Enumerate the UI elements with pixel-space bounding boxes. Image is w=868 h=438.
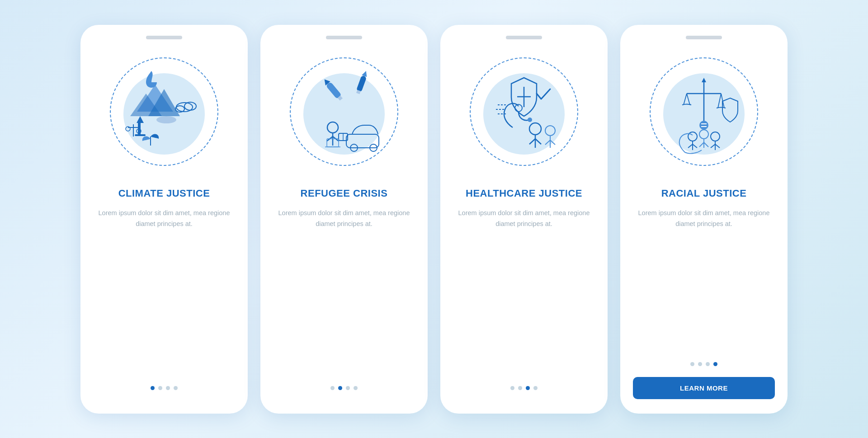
dot-4-r [354,386,358,390]
card-title-healthcare: HEALTHCARE JUSTICE [466,188,582,199]
dots-row-climate [151,386,178,390]
svg-point-5 [184,102,196,110]
card-title-climate: CLIMATE JUSTICE [118,188,210,199]
card-title-racial: RACIAL JUSTICE [661,188,747,199]
svg-line-63 [699,142,704,147]
svg-point-65 [711,132,720,141]
svg-rect-9 [135,134,146,136]
phone-card-refugee-crisis: REFUGEE CRISIS Lorem ipsum dolor sit dim… [260,25,428,414]
dot-1 [151,386,155,390]
illustration-racial [641,48,767,175]
svg-line-39 [535,139,541,144]
phone-notch-3 [506,36,542,39]
illustration-refugee [281,48,407,175]
card-body-refugee: Lorem ipsum dolor sit dim amet, mea regi… [273,207,415,230]
svg-line-59 [688,144,693,148]
svg-line-42 [545,140,550,145]
svg-point-61 [699,130,708,139]
dots-row-healthcare [510,386,538,390]
svg-point-35 [528,118,532,122]
card-body-healthcare: Lorem ipsum dolor sit dim amet, mea regi… [453,207,595,230]
phone-card-climate-justice: CLIMATE JUSTICE Lorem ipsum dolor sit di… [80,25,248,414]
dots-row-refugee [330,386,358,390]
svg-point-21 [327,122,338,133]
dot-1-ra [690,362,694,366]
illustration-climate [101,48,227,175]
learn-more-button[interactable]: LEARN MORE [633,377,775,399]
phone-notch-4 [686,36,722,39]
phone-notch [146,36,182,39]
card-title-refugee: REFUGEE CRISIS [301,188,388,199]
dot-4 [174,386,178,390]
phone-card-healthcare-justice: HEALTHCARE JUSTICE Lorem ipsum dolor sit… [440,25,608,414]
dot-3 [166,386,170,390]
dot-1-r [330,386,335,390]
dot-2 [158,386,162,390]
svg-line-43 [550,140,555,145]
svg-marker-19 [362,70,368,76]
svg-point-3 [156,116,176,123]
dots-row-racial [690,362,717,366]
dot-3-r [346,386,350,390]
svg-line-68 [715,144,720,148]
cards-container: CLIMATE JUSTICE Lorem ipsum dolor sit di… [62,7,806,432]
svg-line-67 [711,144,715,148]
dot-4-ra [713,362,717,366]
dot-2-h [518,386,522,390]
illustration-healthcare [461,48,587,175]
svg-line-49 [684,94,687,105]
dot-2-r [338,386,342,390]
phone-card-racial-justice: RACIAL JUSTICE Lorem ipsum dolor sit dim… [620,25,788,414]
dot-3-ra [706,362,710,366]
dot-3-h [526,386,530,390]
dot-1-h [510,386,514,390]
svg-point-36 [529,123,541,135]
card-body-climate: Lorem ipsum dolor sit dim amet, mea regi… [93,207,235,230]
svg-marker-8 [137,116,144,123]
svg-marker-53 [702,78,706,82]
svg-line-51 [718,94,721,108]
healthcare-illustration-svg [470,57,578,166]
svg-line-64 [704,142,708,147]
svg-point-54 [699,121,708,130]
svg-line-38 [529,139,535,144]
dot-2-ra [698,362,702,366]
refugee-illustration-svg [290,57,398,166]
climate-illustration-svg [110,57,218,166]
phone-notch-2 [326,36,362,39]
card-body-racial: Lorem ipsum dolor sit dim amet, mea regi… [633,207,775,230]
svg-line-60 [693,144,697,148]
svg-rect-18 [356,75,367,92]
svg-line-50 [687,94,690,105]
racial-illustration-svg [650,57,758,166]
svg-point-40 [545,126,555,136]
dot-4-h [533,386,538,390]
